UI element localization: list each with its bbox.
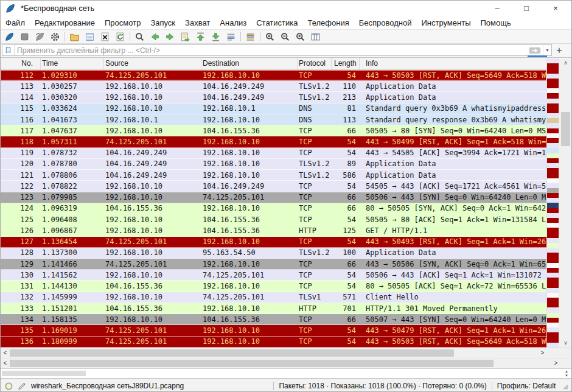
pane-spinner-icons[interactable]: ▲▼ bbox=[565, 369, 568, 378]
packet-row-123[interactable]: 1231.079985192.168.10.1074.125.205.101TC… bbox=[1, 192, 546, 203]
capture-options-button[interactable] bbox=[47, 30, 63, 43]
horizontal-scrollbar-thumb[interactable] bbox=[10, 349, 454, 357]
packet-row-130[interactable]: 1301.141562192.168.10.1074.125.205.101TC… bbox=[1, 270, 546, 281]
scroll-down-icon[interactable]: ∨ bbox=[559, 338, 572, 348]
save-file-button[interactable] bbox=[82, 30, 97, 43]
packet-row-133[interactable]: 1331.151201104.16.155.36192.168.10.10HTT… bbox=[1, 303, 546, 314]
packet-cell-info: Application Data bbox=[360, 171, 546, 180]
expert-info-icon[interactable] bbox=[4, 382, 13, 391]
add-filter-button[interactable]: + bbox=[552, 44, 567, 56]
packet-row-135[interactable]: 1351.16901974.125.205.101192.168.10.10TC… bbox=[1, 325, 546, 336]
display-filter-input[interactable] bbox=[15, 45, 527, 55]
packet-minimap[interactable] bbox=[546, 58, 559, 348]
packet-row-112[interactable]: 1121.02931074.125.205.101192.168.10.10TC… bbox=[1, 70, 546, 81]
horizontal-scrollbar-pane[interactable]: < > bbox=[1, 358, 572, 368]
resize-columns-button[interactable] bbox=[308, 30, 323, 43]
column-header-destination[interactable]: Destination bbox=[201, 58, 298, 69]
packet-row-126[interactable]: 1261.096867192.168.10.10104.16.155.36HTT… bbox=[1, 225, 546, 236]
packet-cell-length: 54 bbox=[332, 326, 360, 335]
minimize-button[interactable]: – bbox=[483, 1, 512, 16]
scroll-up-icon[interactable]: ∧ bbox=[559, 58, 572, 68]
resize-grip-icon[interactable]: ◢ bbox=[563, 383, 568, 390]
packet-row-127[interactable]: 1271.13645474.125.205.101192.168.10.10TC… bbox=[1, 237, 546, 248]
minimap-stripe bbox=[547, 323, 559, 327]
reload-file-button[interactable] bbox=[113, 30, 128, 43]
column-header-time[interactable]: Time bbox=[41, 58, 104, 69]
packet-row-116[interactable]: 1161.041673192.168.10.1192.168.10.10DNS1… bbox=[1, 114, 546, 125]
column-header-info[interactable]: Info bbox=[360, 58, 546, 69]
capture-comment-pen-icon[interactable] bbox=[18, 382, 27, 391]
packet-row-131[interactable]: 1311.144130104.16.155.36192.168.10.10TCP… bbox=[1, 281, 546, 292]
packet-row-128[interactable]: 1281.137300192.168.10.1095.163.54.50TLSv… bbox=[1, 248, 546, 259]
packet-cell-time: 1.096867 bbox=[41, 226, 104, 235]
packet-row-118[interactable]: 1181.05731174.125.205.101192.168.10.10TC… bbox=[1, 136, 546, 147]
close-file-button[interactable] bbox=[97, 30, 113, 43]
menu-item-5[interactable]: Захват bbox=[180, 18, 215, 27]
menu-item-2[interactable]: Редактирование bbox=[30, 18, 100, 27]
window-controls: – □ × bbox=[483, 1, 570, 16]
packet-cell-info: 443 → 50503 [RST, ACK] Seq=5649 Ack=518 … bbox=[360, 337, 546, 346]
column-header-length[interactable]: Length bbox=[332, 58, 360, 69]
scroll-left-icon[interactable]: < bbox=[1, 348, 10, 358]
menu-item-7[interactable]: Статистика bbox=[251, 18, 302, 27]
minimap-stripe bbox=[547, 243, 559, 248]
menu-item-8[interactable]: Телефония bbox=[302, 18, 354, 27]
collapsed-pane-thumb[interactable] bbox=[2, 371, 86, 376]
menu-item-10[interactable]: Инструменты bbox=[416, 18, 475, 27]
scroll-right-icon[interactable]: > bbox=[538, 348, 547, 358]
packet-cell-length: 54 bbox=[332, 337, 360, 346]
packet-row-115[interactable]: 1151.033624192.168.10.10192.168.10.1DNS8… bbox=[1, 103, 546, 114]
column-header-source[interactable]: Source bbox=[104, 58, 201, 69]
horizontal-scrollbar-list[interactable]: < > bbox=[1, 348, 572, 358]
menu-item-9[interactable]: Беспроводной bbox=[354, 18, 417, 27]
start-capture-button[interactable] bbox=[2, 30, 17, 43]
packet-row-124[interactable]: 1241.096319104.16.155.36192.168.10.10TCP… bbox=[1, 203, 546, 214]
scroll-left-icon[interactable]: < bbox=[1, 359, 10, 368]
filter-bookmark-icon[interactable] bbox=[2, 45, 15, 55]
packet-row-136[interactable]: 1361.18099974.125.205.101192.168.10.10TC… bbox=[1, 337, 546, 348]
minimap-stripe bbox=[547, 278, 559, 282]
vertical-scrollbar-thumb[interactable] bbox=[561, 112, 570, 146]
menu-item-1[interactable]: Файл bbox=[1, 18, 30, 27]
autoscroll-button[interactable] bbox=[223, 30, 239, 43]
menu-item-11[interactable]: Помощь bbox=[476, 18, 516, 27]
packet-row-134[interactable]: 1341.158135192.168.10.10104.16.155.36TCP… bbox=[1, 314, 546, 325]
restart-capture-button[interactable] bbox=[32, 30, 47, 43]
zoom-out-button[interactable] bbox=[277, 30, 293, 43]
packet-row-129[interactable]: 1291.14146674.125.205.101192.168.10.10TC… bbox=[1, 259, 546, 270]
first-packet-button[interactable] bbox=[193, 30, 208, 43]
packet-row-121[interactable]: 1211.078806104.16.249.249192.168.10.10TL… bbox=[1, 170, 546, 181]
packet-row-120[interactable]: 1201.078780104.16.249.249192.168.10.10TL… bbox=[1, 159, 546, 170]
open-file-button[interactable] bbox=[67, 30, 82, 43]
column-header-protocol[interactable]: Protocol bbox=[298, 58, 332, 69]
packet-row-132[interactable]: 1321.145999192.168.10.1074.125.205.101TL… bbox=[1, 292, 546, 303]
vertical-scrollbar[interactable]: ∧ ∨ bbox=[559, 58, 572, 348]
scroll-right-icon[interactable]: > bbox=[551, 359, 560, 368]
previous-packet-button[interactable] bbox=[147, 30, 162, 43]
packet-row-125[interactable]: 1251.096408192.168.10.10104.16.155.36TCP… bbox=[1, 214, 546, 225]
filter-dropdown-caret-icon[interactable]: ▾ bbox=[543, 45, 551, 55]
stop-capture-button[interactable] bbox=[17, 30, 32, 43]
packet-row-119[interactable]: 1191.078732104.16.249.249192.168.10.10TC… bbox=[1, 148, 546, 159]
next-packet-button[interactable] bbox=[162, 30, 178, 43]
close-button[interactable]: × bbox=[541, 1, 570, 16]
column-header-no[interactable]: No. bbox=[1, 58, 41, 69]
apply-filter-icon[interactable] bbox=[527, 45, 543, 55]
profile-label[interactable]: Профиль: Default bbox=[497, 382, 556, 390]
goto-packet-button[interactable] bbox=[178, 30, 193, 43]
menu-item-4[interactable]: Запуск bbox=[145, 18, 180, 27]
menu-item-3[interactable]: Просмотр bbox=[100, 18, 145, 27]
packet-row-122[interactable]: 1221.078822192.168.10.10104.16.249.249TC… bbox=[1, 181, 546, 192]
packet-row-113[interactable]: 1131.030257192.168.10.10104.16.249.249TL… bbox=[1, 81, 546, 92]
find-packet-button[interactable] bbox=[132, 30, 147, 43]
colorize-button[interactable] bbox=[243, 30, 258, 43]
menu-item-6[interactable]: Анализ bbox=[215, 18, 251, 27]
zoom-reset-button[interactable] bbox=[293, 30, 308, 43]
packet-row-117[interactable]: 1171.047637192.168.10.10104.16.155.36TCP… bbox=[1, 125, 546, 136]
packet-row-114[interactable]: 1141.030320192.168.10.10104.16.249.249TL… bbox=[1, 92, 546, 103]
maximize-button[interactable]: □ bbox=[512, 1, 541, 16]
zoom-in-button[interactable] bbox=[262, 30, 277, 43]
packet-cell-protocol: TCP bbox=[298, 138, 332, 146]
last-packet-button[interactable] bbox=[208, 30, 223, 43]
horizontal-scrollbar-thumb[interactable] bbox=[10, 360, 494, 367]
